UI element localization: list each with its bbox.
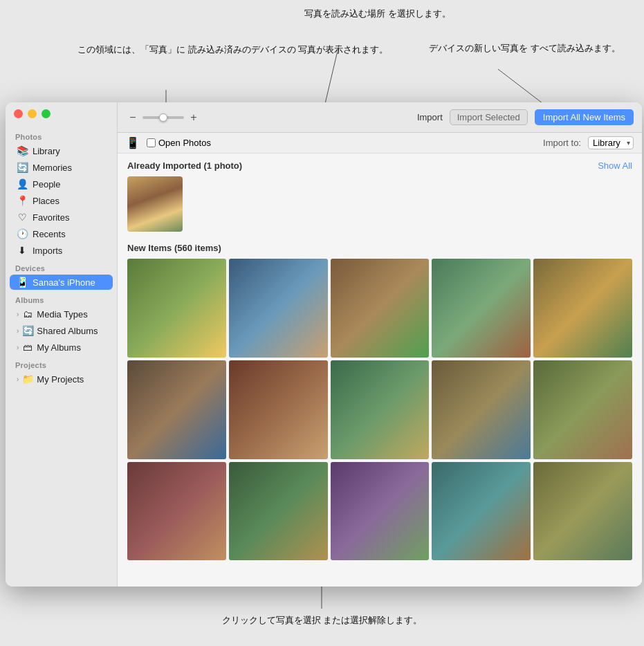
sidebar-label-my-projects: My Projects: [37, 374, 84, 385]
photo-cell[interactable]: [127, 259, 226, 358]
sidebar-label-shared-albums: Shared Albums: [37, 326, 98, 336]
chevron-icon-4: ›: [17, 376, 19, 383]
sidebar-item-my-projects[interactable]: › 📁 My Projects: [10, 371, 113, 387]
sidebar-item-favorites[interactable]: ♡ Favorites: [10, 210, 113, 225]
sidebar-label-people: People: [33, 179, 60, 190]
devices-section-label: Devices: [6, 259, 117, 274]
sidebar-item-memories[interactable]: 🔄 Memories: [10, 160, 113, 175]
photo-grid: [127, 259, 632, 560]
photo-area[interactable]: Already Imported (1 photo) Show All New …: [118, 154, 642, 587]
photo-cell[interactable]: [229, 360, 328, 459]
zoom-in-button[interactable]: +: [187, 111, 201, 124]
photo-cell[interactable]: [229, 259, 328, 358]
memories-icon: 🔄: [17, 162, 28, 173]
sidebar-label-places: Places: [33, 196, 59, 206]
sidebar-item-device[interactable]: 📱 Sanaa's iPhone: [10, 275, 113, 290]
zoom-slider[interactable]: [142, 116, 184, 119]
import-bar: 📱 Open Photos Import to: Library: [118, 133, 642, 154]
sidebar-label-recents: Recents: [33, 229, 66, 239]
photo-cell[interactable]: [533, 360, 632, 459]
albums-section-label: Albums: [6, 290, 117, 306]
photo-cell[interactable]: [127, 462, 226, 561]
import-all-button[interactable]: Import All New Items: [535, 109, 634, 125]
photo-cell[interactable]: [331, 360, 430, 459]
sidebar-label-favorites: Favorites: [33, 212, 69, 223]
zoom-out-button[interactable]: −: [126, 111, 140, 124]
projects-section-label: Projects: [6, 356, 117, 371]
main-content: − + Import Import Selected Import All Ne…: [118, 102, 642, 587]
sidebar-item-shared-albums[interactable]: › 🔄 Shared Albums: [10, 323, 113, 338]
shared-albums-icon: 🔄: [22, 325, 33, 336]
recents-icon: 🕐: [17, 228, 28, 239]
photos-section-label: Photos: [6, 127, 117, 142]
sidebar-item-library[interactable]: 📚 Library: [10, 143, 113, 158]
close-button[interactable]: [14, 109, 23, 118]
favorites-icon: ♡: [17, 212, 28, 223]
import-to-select[interactable]: Library: [588, 136, 634, 149]
sidebar-item-places[interactable]: 📍 Places: [10, 193, 113, 208]
people-icon: 👤: [17, 178, 28, 190]
new-items-section: New Items (560 items): [127, 243, 632, 560]
already-imported-section: Already Imported (1 photo) Show All: [127, 160, 632, 232]
sidebar-item-imports[interactable]: ⬇ Imports: [10, 243, 113, 258]
callout-click-select: クリックして写真を選択 または選択解除します。: [222, 613, 423, 627]
library-select-wrap: Library: [588, 136, 634, 149]
zoom-thumb: [159, 113, 167, 122]
already-imported-title: Already Imported (1 photo): [127, 160, 242, 171]
minimize-button[interactable]: [28, 109, 37, 118]
photo-cell[interactable]: [533, 259, 632, 358]
sidebar-label-memories: Memories: [33, 163, 72, 173]
sidebar-label-my-albums: My Albums: [37, 342, 81, 353]
app-window: Photos 📚 Library 🔄 Memories 👤 People 📍 P…: [6, 102, 642, 587]
phone-small-icon: 📱: [126, 136, 140, 149]
sidebar-label-device: Sanaa's iPhone: [33, 277, 95, 288]
sidebar-item-recents[interactable]: 🕐 Recents: [10, 226, 113, 241]
my-albums-icon: 🗃: [22, 342, 33, 353]
chevron-icon: ›: [17, 311, 19, 318]
photo-cell[interactable]: [432, 360, 531, 459]
open-photos-checkbox-group: Open Photos: [147, 138, 211, 148]
sidebar-label-media-types: Media Types: [37, 309, 87, 320]
import-to-label: Import to:: [543, 138, 581, 148]
callout-import-all: デバイスの新しい写真を すべて読み込みます。: [429, 41, 620, 55]
sidebar-label-library: Library: [33, 146, 60, 156]
photo-cell[interactable]: [127, 360, 226, 459]
photo-cell[interactable]: [533, 462, 632, 561]
import-selected-button[interactable]: Import Selected: [450, 109, 528, 125]
sidebar-item-my-albums[interactable]: › 🗃 My Albums: [10, 340, 113, 355]
open-photos-label: Open Photos: [158, 138, 211, 148]
my-projects-icon: 📁: [22, 373, 33, 385]
places-icon: 📍: [17, 195, 28, 206]
media-types-icon: 🗂: [22, 308, 33, 320]
maximize-button[interactable]: [42, 109, 50, 118]
already-imported-header: Already Imported (1 photo) Show All: [127, 160, 632, 171]
photo-cell[interactable]: [331, 259, 430, 358]
zoom-control: − +: [126, 111, 201, 124]
toolbar: − + Import Import Selected Import All Ne…: [118, 102, 642, 133]
chevron-icon-3: ›: [17, 344, 19, 351]
new-items-header: New Items (560 items): [127, 243, 632, 253]
window-controls: [14, 109, 50, 118]
photo-cell[interactable]: [229, 462, 328, 561]
imports-icon: ⬇: [17, 245, 28, 256]
sidebar-label-imports: Imports: [33, 246, 62, 256]
callout-import-location: 写真を読み込む場所 を選択します。: [304, 7, 451, 21]
chevron-icon-2: ›: [17, 327, 19, 335]
iphone-icon: 📱: [17, 277, 28, 288]
sidebar: Photos 📚 Library 🔄 Memories 👤 People 📍 P…: [6, 102, 118, 587]
already-imported-photo[interactable]: [127, 176, 183, 232]
callout-already-imported: この領域には、「写真」に 読み込み済みのデバイスの 写真が表示されます。: [77, 43, 388, 57]
photo-cell[interactable]: [331, 462, 430, 561]
sidebar-item-people[interactable]: 👤 People: [10, 176, 113, 192]
show-all-link[interactable]: Show All: [598, 160, 632, 171]
photo-cell[interactable]: [432, 259, 531, 358]
new-items-title: New Items (560 items): [127, 243, 221, 253]
library-icon: 📚: [17, 145, 28, 156]
photo-cell[interactable]: [432, 462, 531, 561]
sidebar-item-media-types[interactable]: › 🗂 Media Types: [10, 306, 113, 322]
import-label: Import: [417, 112, 443, 122]
open-photos-checkbox[interactable]: [147, 138, 156, 147]
